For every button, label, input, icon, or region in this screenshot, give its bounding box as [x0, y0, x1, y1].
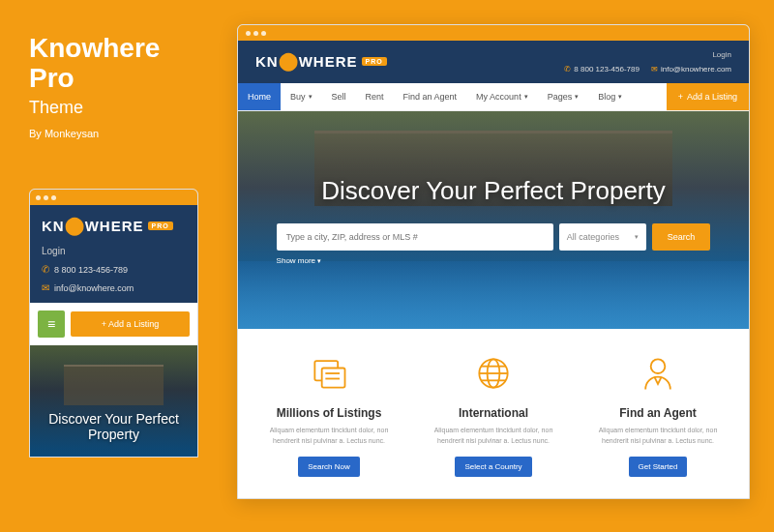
phone-icon: ✆	[42, 264, 49, 275]
desktop-window-bar	[238, 25, 749, 41]
hamburger-button[interactable]: ≡	[38, 310, 65, 338]
search-button[interactable]: Search	[652, 223, 711, 251]
show-more-link[interactable]: Show more ▾	[277, 256, 322, 265]
get-started-button[interactable]: Get Started	[629, 457, 688, 477]
nav-find-agent[interactable]: Find an Agent	[394, 83, 467, 110]
pin-icon: ⬤	[279, 50, 299, 72]
globe-icon	[470, 350, 517, 397]
mobile-hero: Discover Your Perfect Property	[30, 345, 197, 457]
nav-sell[interactable]: Sell	[322, 83, 356, 110]
nav-rent[interactable]: Rent	[356, 83, 394, 110]
nav-buy[interactable]: Buy▾	[281, 83, 322, 110]
mobile-window-bar	[30, 190, 197, 205]
chevron-down-icon: ▾	[575, 93, 579, 101]
header-phone[interactable]: ✆8 800 123-456-789	[564, 65, 640, 74]
promo-byline: By Monkeysan	[29, 128, 198, 139]
feature-desc: Aliquam elementum tincidunt dolor, non h…	[420, 426, 567, 446]
logo: KN⬤WHEREPRO	[255, 50, 387, 72]
feature-desc: Aliquam elementum tincidunt dolor, non h…	[255, 426, 402, 446]
chevron-down-icon: ▾	[635, 233, 639, 241]
email-icon: ✉	[42, 282, 49, 293]
mobile-add-listing-button[interactable]: + Add a Listing	[71, 311, 190, 337]
pro-badge: PRO	[148, 222, 173, 230]
category-select[interactable]: All categories▾	[559, 223, 646, 251]
chevron-down-icon: ▾	[309, 93, 313, 101]
hero-title: Discover Your Perfect Property	[321, 176, 666, 206]
nav-pages[interactable]: Pages▾	[538, 83, 589, 110]
pro-badge: PRO	[362, 57, 387, 66]
promo-title-1: Knowhere	[29, 34, 198, 64]
mobile-login-link[interactable]: Login	[42, 246, 186, 256]
feature-agent: Find an Agent Aliquam elementum tincidun…	[584, 350, 731, 477]
email-icon: ✉	[651, 65, 658, 74]
add-listing-button[interactable]: +Add a Listing	[667, 83, 749, 110]
mobile-nav: ≡ + Add a Listing	[30, 303, 197, 345]
header-email[interactable]: ✉info@knowhere.com	[651, 65, 731, 74]
nav-home[interactable]: Home	[238, 83, 281, 110]
svg-point-9	[651, 359, 666, 373]
feature-title: Find an Agent	[584, 406, 731, 420]
mobile-header: KN⬤WHEREPRO Login ✆8 800 123-456-789 ✉in…	[30, 205, 197, 303]
mobile-hero-title: Discover Your Perfect Property	[30, 411, 197, 442]
listings-icon	[306, 350, 352, 397]
pin-icon: ⬤	[65, 215, 85, 236]
hero: Discover Your Perfect Property All categ…	[238, 111, 749, 329]
desktop-preview: KN⬤WHEREPRO Login ✆8 800 123-456-789 ✉in…	[237, 24, 750, 499]
promo-subtitle: Theme	[29, 98, 198, 118]
mobile-phone[interactable]: ✆8 800 123-456-789	[42, 264, 186, 275]
main-nav: Home Buy▾ Sell Rent Find an Agent My Acc…	[238, 83, 749, 111]
desktop-header: KN⬤WHEREPRO Login ✆8 800 123-456-789 ✉in…	[238, 41, 749, 83]
nav-blog[interactable]: Blog▾	[588, 83, 632, 110]
search-now-button[interactable]: Search Now	[298, 457, 360, 477]
features-row: Millions of Listings Aliquam elementum t…	[238, 329, 749, 498]
phone-icon: ✆	[564, 65, 571, 74]
feature-international: International Aliquam elementum tincidun…	[420, 350, 567, 477]
plus-icon: +	[678, 92, 683, 102]
feature-title: International	[420, 406, 567, 420]
feature-title: Millions of Listings	[255, 406, 402, 420]
feature-desc: Aliquam elementum tincidunt dolor, non h…	[584, 426, 731, 446]
chevron-down-icon: ▾	[524, 93, 528, 101]
logo: KN⬤WHEREPRO	[42, 215, 186, 236]
chevron-down-icon: ▾	[317, 257, 321, 264]
mobile-email[interactable]: ✉info@knowhere.com	[42, 282, 186, 293]
login-link[interactable]: Login	[564, 50, 731, 59]
promo-title-2: Pro	[29, 64, 198, 94]
agent-icon	[635, 350, 681, 397]
nav-my-account[interactable]: My Account▾	[466, 83, 538, 110]
search-input[interactable]	[277, 223, 553, 251]
promo-sidebar: Knowhere Pro Theme By Monkeysan	[29, 34, 198, 139]
chevron-down-icon: ▾	[618, 93, 622, 101]
mobile-preview: KN⬤WHEREPRO Login ✆8 800 123-456-789 ✉in…	[29, 189, 198, 458]
select-country-button[interactable]: Select a Country	[455, 457, 531, 477]
svg-rect-1	[322, 369, 345, 388]
feature-listings: Millions of Listings Aliquam elementum t…	[255, 350, 402, 477]
search-bar: All categories▾ Search	[277, 223, 711, 251]
